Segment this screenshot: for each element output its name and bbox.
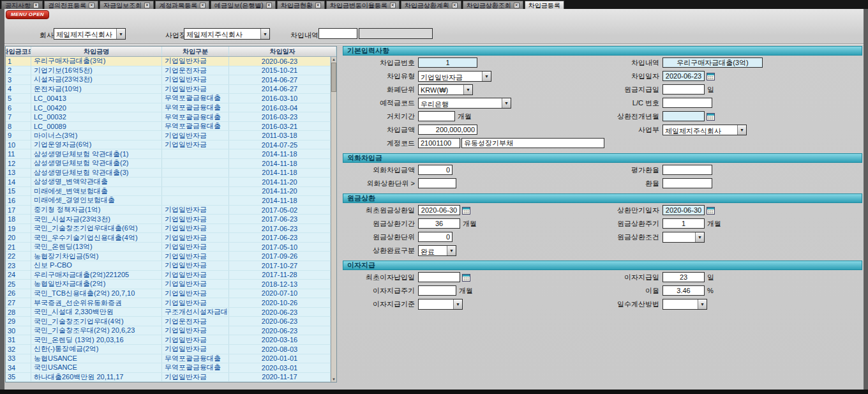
grid-row-1[interactable]: 1우리구매자금대출(3억)기업일반자금2020-06-23 xyxy=(6,57,331,66)
tab-close-icon[interactable]: × xyxy=(200,3,206,8)
tab-close-icon[interactable]: × xyxy=(315,3,321,8)
grid-row-18[interactable]: 18국민_시설자금(23억3천)기업일반자금2017-06-23 xyxy=(6,215,331,224)
grid-row-4[interactable]: 4운전자금(10억)기업일반자금2014-06-27 xyxy=(6,85,331,95)
tab-close-icon[interactable]: × xyxy=(390,3,396,8)
calendar-icon[interactable] xyxy=(707,112,715,121)
grid-row-16[interactable]: 16미래에셋_경영인보험대출2014-11-18 xyxy=(6,196,331,206)
tab-close-icon[interactable]: × xyxy=(33,3,39,8)
grid-row-28[interactable]: 28국민_시설대 2,330백만원구조개선시설자금대출2020-06-23 xyxy=(6,308,331,317)
scroll-up-icon[interactable]: ▲ xyxy=(331,57,336,62)
tab-1[interactable]: 결의전표등록× xyxy=(44,1,98,9)
grid-row-9[interactable]: 9마이너스(3억)기업일반자금2011-03-18 xyxy=(6,131,331,140)
fx-amount-field[interactable] xyxy=(418,165,453,175)
grid-row-30[interactable]: 30국민_기술창조우대(2억) 20,6,23기업일반자금2020-06-23 xyxy=(6,326,331,336)
grid-row-15[interactable]: 15미래에셋_변액보험대출2014-11-20 xyxy=(6,187,331,197)
grid-row-13[interactable]: 13삼성생명단체보험 약관대출(3)2014-11-18 xyxy=(6,169,331,178)
tab-close-icon[interactable]: × xyxy=(452,3,458,8)
grid-row-20[interactable]: 20국민_우수기술기업신용대출(4억)기업일반자금2017-06-23 xyxy=(6,233,331,243)
tab-5[interactable]: 차입금현황× xyxy=(277,1,325,9)
calendar-icon[interactable] xyxy=(707,72,715,80)
grid-row-5[interactable]: 5LC_00413무역포괄금융대출2016-03-10 xyxy=(6,94,331,103)
tab-close-icon[interactable]: × xyxy=(89,3,94,8)
interest-day-field[interactable] xyxy=(662,272,705,282)
first-repay-date-field[interactable] xyxy=(418,205,460,215)
tab-4[interactable]: 예금일보(은행별)× xyxy=(211,1,276,9)
currency-select[interactable]: KRW(₩) ▼ xyxy=(418,84,473,95)
repay-condition-select[interactable]: ▼ xyxy=(662,232,705,243)
repay-start-ym-field[interactable] xyxy=(662,111,705,121)
calendar-icon[interactable] xyxy=(462,273,470,282)
grid-row-11[interactable]: 11삼성생명단체보험 약관대출(1)2014-11-18 xyxy=(6,149,331,159)
site-select[interactable]: 제일제지주식회사 ▼ xyxy=(184,28,270,40)
tab-8[interactable]: 차입금상환조회× xyxy=(463,1,523,9)
loan-desc-field[interactable] xyxy=(662,57,763,68)
tab-2[interactable]: 자금일보조회× xyxy=(100,1,154,9)
grid-row-10[interactable]: 10기업운영자금(6억)기업일반자금2014-07-25 xyxy=(6,140,331,150)
grid-row-34[interactable]: 34국민USANCE무역포괄금융대출2020-03-01 xyxy=(6,363,331,373)
day-count-select[interactable]: ▼ xyxy=(662,299,707,310)
tab-close-icon[interactable]: × xyxy=(266,3,272,8)
grid-row-12[interactable]: 12삼성생명단체보험 약관대출(2)2014-11-18 xyxy=(6,159,331,169)
grid-row-21[interactable]: 21국민_온렌딩(13억)기업일반자금2017-05-10 xyxy=(6,243,331,252)
loan-date-field[interactable] xyxy=(662,71,705,81)
grid-row-26[interactable]: 26국민_TCB신용대출(2억) 20,7,10기업일반자금2020-07-10 xyxy=(6,289,331,299)
grid-row-3[interactable]: 3시설자금(23억3천)기업일반자금2014-06-27 xyxy=(6,75,331,85)
repay-complete-select[interactable]: 완료 ▼ xyxy=(418,245,456,256)
repay-period-field[interactable] xyxy=(418,218,460,229)
grid-col-header[interactable]: 차입구분 xyxy=(162,47,229,56)
scroll-down-icon[interactable]: ▼ xyxy=(331,377,336,382)
account-name-field[interactable] xyxy=(461,138,604,148)
grid-col-header[interactable]: 차입일자 xyxy=(229,47,336,56)
division-select[interactable]: 제일제지주식회사 ▼ xyxy=(662,125,747,135)
grid-row-8[interactable]: 8LC_00089무역포괄금융대출2016-03-21 xyxy=(6,122,331,132)
tab-0[interactable]: 공지사항× xyxy=(1,1,43,9)
tab-close-icon[interactable]: × xyxy=(144,3,150,8)
grid-row-22[interactable]: 22농협장기차입금(5억)기업일반자금2017-09-26 xyxy=(6,252,331,261)
grid-col-header[interactable]: 차입금명 xyxy=(31,47,162,56)
grid-row-29[interactable]: 29국민_기술창조기업우대(4억)기업운전자금2020-06-23 xyxy=(6,317,331,326)
lc-number-field[interactable] xyxy=(662,98,712,108)
repay-cycle-field[interactable] xyxy=(662,218,705,229)
interest-cycle-field[interactable] xyxy=(418,285,456,296)
grid-col-header[interactable]: 차입금코드 xyxy=(6,47,31,56)
grid-row-33[interactable]: 33농협USANCE무역포괄금융대출2020-01-01 xyxy=(6,354,331,364)
scrollbar-thumb[interactable] xyxy=(331,63,336,92)
grid-row-31[interactable]: 31국민_온렌딩 (13억) 20,03,16기업일반자금2020-03-16 xyxy=(6,335,331,345)
tab-6[interactable]: 차입금변동이율등록× xyxy=(326,1,400,9)
menu-open-button[interactable]: MENU OPEN xyxy=(6,10,49,19)
loan-amount-field[interactable] xyxy=(418,125,477,135)
fx-repay-unit-field[interactable] xyxy=(418,178,456,188)
tab-9[interactable]: 차입금등록 xyxy=(525,1,564,9)
eval-rate-field[interactable] xyxy=(662,165,712,175)
principal-pay-day-field[interactable] xyxy=(662,84,705,95)
grid-row-35[interactable]: 35하나대출260백만원 20,11,17기업일반자금2020-11-17 xyxy=(6,373,331,383)
loan-type-select[interactable]: 기업일반자금 ▼ xyxy=(418,71,491,82)
tab-3[interactable]: 계정과목등록× xyxy=(155,1,209,9)
calendar-icon[interactable] xyxy=(462,206,470,215)
repay-unit-field[interactable] xyxy=(418,232,453,242)
tab-close-icon[interactable]: × xyxy=(514,3,520,8)
deposit-code-select[interactable]: 우리은행 ▼ xyxy=(418,98,511,109)
account-code-field[interactable] xyxy=(418,138,460,148)
interest-rate-field[interactable] xyxy=(662,285,705,296)
grid-row-6[interactable]: 6LC_00420무역포괄금융대출2016-03-04 xyxy=(6,103,331,113)
grid-row-17[interactable]: 17중기청 정책자금(1억)기업일반자금2017-05-02 xyxy=(6,206,331,215)
grid-row-7[interactable]: 7LC_00032무역포괄금융대출2016-03-23 xyxy=(6,112,331,122)
grid-row-25[interactable]: 25농협일반자금대출(2억)기업일반자금2018-12-13 xyxy=(6,280,331,289)
grid-row-23[interactable]: 23신보 P-CBO기업일반자금2017-10-27 xyxy=(6,261,331,271)
loan-no-field[interactable] xyxy=(418,57,477,68)
vertical-scrollbar[interactable]: ▲ ▼ xyxy=(331,57,336,382)
loan-desc-search-input[interactable] xyxy=(318,28,357,39)
grid-row-27[interactable]: 27부국증권_선순위유동화증권기업일반자금2020-10-26 xyxy=(6,298,331,308)
first-interest-date-field[interactable] xyxy=(418,272,460,282)
grace-period-field[interactable] xyxy=(418,111,455,121)
interest-basis-select[interactable]: ▼ xyxy=(418,299,463,310)
maturity-date-field[interactable] xyxy=(662,205,705,215)
grid-row-32[interactable]: 32신한(-)통장예금(2억)기업일반자금2020-08-03 xyxy=(6,345,331,354)
grid-row-24[interactable]: 24우리구매자금대출(2억)221205기업일반자금2017-11-28 xyxy=(6,271,331,280)
exch-rate-field[interactable] xyxy=(662,178,712,188)
grid-row-2[interactable]: 2기업기보(16억5천)기업운전자금2015-10-21 xyxy=(6,66,331,76)
company-select[interactable]: 제일제지주식회사 ▼ xyxy=(54,28,126,40)
calendar-icon[interactable] xyxy=(707,206,715,215)
grid-row-19[interactable]: 19국민_기술창조기업우대대출(6억)기업일반자금2017-06-23 xyxy=(6,224,331,234)
